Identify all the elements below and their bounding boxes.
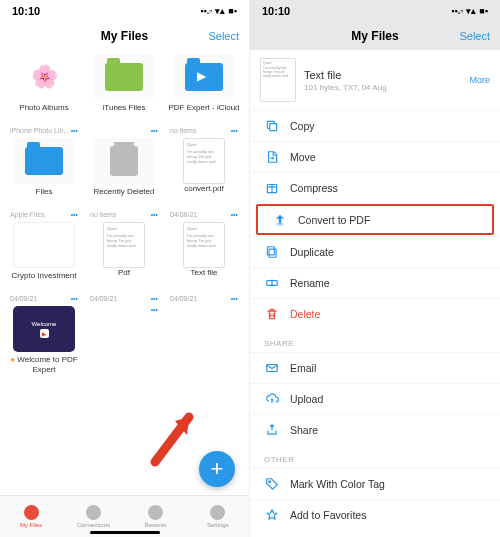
action-upload[interactable]: Upload [250,383,500,414]
select-button[interactable]: Select [208,30,239,42]
action-compress[interactable]: Compress [250,172,500,203]
other-section-header: OTHER [250,445,500,468]
svg-rect-0 [269,124,276,131]
action-label: Email [290,362,316,374]
status-bar: 10:10 ▪▪.▫ ▾▴ ■▪ [0,0,249,22]
action-label: Mark With Color Tag [290,478,385,490]
svg-rect-4 [267,247,274,255]
action-email[interactable]: Email [250,352,500,383]
pdf-icon: PDF [272,212,287,227]
more-icon[interactable]: ••• [151,127,158,134]
share-menu: EmailUploadShare [250,352,500,445]
file-name: Photo Albums [6,103,82,123]
more-icon[interactable]: ••• [231,211,238,218]
other-menu: Mark With Color TagAdd to Favorites [250,468,500,530]
action-move[interactable]: Move [250,141,500,172]
main-app: 10:10 ▪▪.▫ ▾▴ ■▪ My Files Select 🌸Photo … [0,0,250,537]
tag-icon [264,477,279,492]
file-meta: no items••• [164,125,244,136]
file-meta: 04/08/21••• [164,293,244,304]
action-convert-to-pdf[interactable]: PDFConvert to PDF [256,204,494,235]
action-share[interactable]: Share [250,414,500,445]
file-info: Quiet I'm actually not funny. I'm just r… [250,50,500,110]
action-duplicate[interactable]: Duplicate [250,236,500,267]
file-tile[interactable]: QuietI'm actually not funny. I'm just re… [84,220,164,293]
status-bar: 10:10 ▪▪.▫ ▾▴ ■▪ [250,0,500,22]
more-icon[interactable]: ••• [231,295,238,302]
copy-icon [264,119,279,134]
delete-icon [264,307,279,322]
file-tile[interactable]: Crypto Investment [4,220,84,293]
file-name: PDF Expert - iCloud [166,103,242,123]
actions-menu: CopyMoveCompressPDFConvert to PDFDuplica… [250,110,500,329]
tab-icon [86,505,101,520]
file-tile[interactable]: Files [4,136,84,209]
file-meta: ••• [84,304,164,377]
more-icon[interactable]: ••• [71,127,78,134]
file-name: Crypto Investment [6,271,82,291]
action-mark-with-color-tag[interactable]: Mark With Color Tag [250,468,500,499]
file-meta: Apple Files••• [4,209,84,220]
upload-icon [264,392,279,407]
select-button[interactable]: Select [459,30,490,42]
file-meta: iPhone Photo Lib…••• [4,125,84,136]
action-label: Convert to PDF [298,214,370,226]
tab-icon [210,505,225,520]
more-icon[interactable]: ••• [151,295,158,302]
action-label: Duplicate [290,246,334,258]
file-meta: 04/08/21••• [164,209,244,220]
more-button[interactable]: More [469,75,490,85]
file-name: ● Welcome to PDF Expert [6,355,82,375]
files-grid[interactable]: 🌸Photo AlbumsiTunes Files▶PDF Expert - i… [0,50,249,495]
mail-icon [264,361,279,376]
duplicate-icon [264,245,279,260]
status-right: ▪▪.▫ ▾▴ ■▪ [200,6,237,16]
file-tile[interactable]: QuietI'm actually not funny. I'm just re… [164,136,244,209]
more-icon[interactable]: ••• [151,211,158,218]
action-label: Move [290,151,316,163]
action-delete[interactable]: Delete [250,298,500,329]
file-tile[interactable]: 🌸Photo Albums [4,52,84,125]
home-indicator [90,531,160,534]
file-thumbnail: Quiet I'm actually not funny. I'm just r… [260,58,296,102]
file-meta: ••• [84,125,164,136]
file-name: Pdf [86,268,162,288]
status-time: 10:10 [262,5,290,17]
file-meta: no items••• [84,209,164,220]
file-tile[interactable]: Recently Deleted [84,136,164,209]
file-name: Recently Deleted [86,187,162,207]
more-icon[interactable]: ••• [71,211,78,218]
action-label: Upload [290,393,323,405]
file-tile[interactable]: iTunes Files [84,52,164,125]
file-name: Text file [304,69,461,81]
action-label: Rename [290,277,330,289]
tab-my-files[interactable]: My Files [0,496,62,537]
file-subtitle: 101 bytes, TXT, 04 Aug [304,83,461,92]
svg-point-7 [268,481,270,483]
share-icon [264,423,279,438]
tab-icon [24,505,39,520]
action-label: Share [290,424,318,436]
more-icon[interactable]: ••• [71,295,78,302]
file-tile[interactable]: ▶PDF Expert - iCloud [164,52,244,125]
file-name: iTunes Files [86,103,162,123]
action-label: Delete [290,308,320,320]
action-label: Compress [290,182,338,194]
action-copy[interactable]: Copy [250,110,500,141]
file-tile[interactable]: QuietI'm actually not funny. I'm just re… [164,220,244,293]
tab-settings[interactable]: Settings [187,496,249,537]
action-rename[interactable]: Rename [250,267,500,298]
file-tile[interactable]: Welcome▶● Welcome to PDF Expert [4,304,84,377]
more-icon[interactable]: ••• [231,127,238,134]
file-name: Text file [166,268,242,288]
action-add-to-favorites[interactable]: Add to Favorites [250,499,500,530]
more-icon[interactable]: ••• [151,306,158,375]
tab-icon [148,505,163,520]
file-meta: 04/08/21••• [4,293,84,304]
action-label: Add to Favorites [290,509,366,521]
compress-icon [264,181,279,196]
add-button[interactable]: + [199,451,235,487]
action-label: Copy [290,120,315,132]
status-time: 10:10 [12,5,40,17]
file-meta: 04/08/21••• [84,293,164,304]
